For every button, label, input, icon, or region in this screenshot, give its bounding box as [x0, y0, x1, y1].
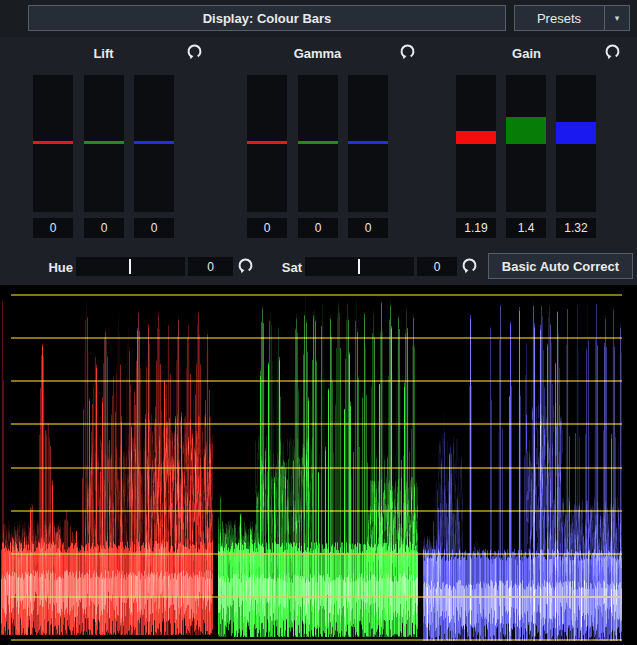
lift-blue-slider[interactable] — [134, 75, 174, 212]
gain-section-title: Gain — [456, 46, 597, 61]
gamma-green-value[interactable]: 0 — [298, 218, 338, 238]
hue-label: Hue — [45, 260, 73, 275]
sat-reset-icon[interactable] — [461, 257, 478, 274]
lift-green-value[interactable]: 0 — [84, 218, 124, 238]
gamma-red-slider[interactable] — [247, 75, 287, 212]
gain-green-value[interactable]: 1.4 — [506, 218, 546, 238]
gain-reset-icon[interactable] — [604, 43, 621, 60]
lift-red-value[interactable]: 0 — [33, 218, 73, 238]
basic-auto-correct-button[interactable]: Basic Auto Correct — [488, 253, 633, 279]
display-mode-button[interactable]: Display: Colour Bars — [28, 5, 506, 31]
gain-red-slider[interactable] — [456, 75, 496, 212]
gamma-reset-icon[interactable] — [399, 43, 416, 60]
gain-red-value[interactable]: 1.19 — [456, 218, 496, 238]
gamma-red-slider-handle[interactable] — [247, 141, 287, 144]
gain-blue-slider[interactable] — [556, 75, 596, 212]
rgb-parade-waveform-scope — [0, 285, 637, 645]
gamma-blue-slider-handle[interactable] — [348, 141, 388, 144]
lift-red-slider-handle[interactable] — [33, 141, 73, 144]
sat-slider[interactable] — [305, 257, 414, 276]
lift-green-slider[interactable] — [84, 75, 124, 212]
lift-green-slider-handle[interactable] — [84, 141, 124, 144]
lift-section-title: Lift — [33, 46, 174, 61]
lift-reset-icon[interactable] — [186, 43, 203, 60]
sat-value[interactable]: 0 — [417, 257, 457, 276]
lift-blue-value[interactable]: 0 — [134, 218, 174, 238]
gamma-section-title: Gamma — [247, 46, 388, 61]
gamma-green-slider[interactable] — [298, 75, 338, 212]
colour-correction-panel: Display: Colour Bars Presets ▾ Lift 0 0 … — [0, 0, 637, 645]
hue-slider-handle[interactable] — [129, 259, 131, 274]
presets-button[interactable]: Presets ▾ — [514, 5, 630, 31]
gamma-red-value[interactable]: 0 — [247, 218, 287, 238]
hue-value[interactable]: 0 — [188, 257, 233, 276]
gain-green-slider-handle[interactable] — [506, 117, 546, 144]
lift-red-slider[interactable] — [33, 75, 73, 212]
gain-red-slider-handle[interactable] — [456, 131, 496, 144]
hue-reset-icon[interactable] — [237, 257, 254, 274]
gain-blue-value[interactable]: 1.32 — [556, 218, 596, 238]
chevron-down-icon[interactable]: ▾ — [604, 6, 629, 30]
lift-blue-slider-handle[interactable] — [134, 141, 174, 144]
gamma-green-slider-handle[interactable] — [298, 141, 338, 144]
gamma-blue-value[interactable]: 0 — [348, 218, 388, 238]
hue-slider[interactable] — [76, 257, 185, 276]
gamma-blue-slider[interactable] — [348, 75, 388, 212]
gain-blue-slider-handle[interactable] — [556, 122, 596, 144]
sat-slider-handle[interactable] — [358, 259, 360, 274]
gain-green-slider[interactable] — [506, 75, 546, 212]
sat-label: Sat — [274, 260, 302, 275]
presets-button-label: Presets — [537, 11, 581, 26]
